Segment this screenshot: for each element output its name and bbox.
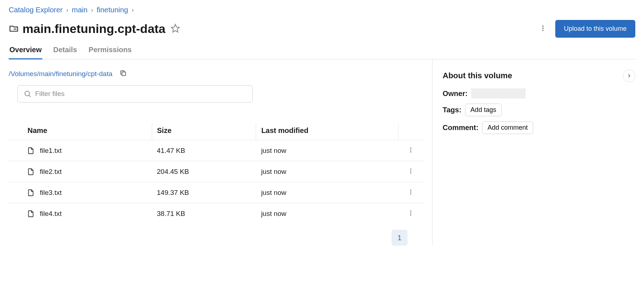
about-header: About this volume: [443, 70, 635, 82]
file-icon: [27, 209, 35, 218]
breadcrumb-catalog-explorer[interactable]: Catalog Explorer: [9, 6, 63, 14]
breadcrumb-finetuning[interactable]: finetuning: [97, 6, 128, 14]
svg-point-3: [542, 30, 543, 31]
file-table: Name Size Last modified file1.txt 41.47 …: [9, 123, 423, 224]
add-comment-button[interactable]: Add comment: [482, 121, 533, 134]
title-right: Upload to this volume: [536, 20, 635, 38]
table-row[interactable]: file1.txt 41.47 KB just now: [9, 140, 423, 161]
tabs: Overview Details Permissions: [9, 43, 635, 59]
page-1-button[interactable]: 1: [392, 230, 407, 246]
kebab-icon: [539, 25, 547, 32]
file-modified: just now: [256, 182, 398, 203]
tab-permissions[interactable]: Permissions: [88, 43, 133, 59]
svg-point-2: [542, 28, 543, 29]
svg-point-13: [410, 189, 411, 191]
owner-value: [471, 88, 526, 99]
svg-point-10: [410, 168, 411, 170]
file-name: file3.txt: [40, 189, 62, 197]
file-size: 41.47 KB: [152, 140, 256, 161]
svg-point-8: [410, 150, 411, 151]
comment-label: Comment:: [443, 124, 478, 132]
owner-row: Owner:: [443, 88, 635, 99]
volume-path-link[interactable]: /Volumes/main/finetuning/cpt-data: [9, 70, 112, 78]
column-modified[interactable]: Last modified: [256, 123, 398, 140]
column-size[interactable]: Size: [152, 123, 256, 140]
file-modified: just now: [256, 140, 398, 161]
file-size: 149.37 KB: [152, 182, 256, 203]
left-panel: /Volumes/main/finetuning/cpt-data Name S…: [9, 59, 432, 246]
svg-point-9: [410, 151, 411, 153]
svg-rect-4: [122, 72, 126, 76]
svg-point-12: [410, 172, 411, 174]
column-name[interactable]: Name: [9, 123, 152, 140]
file-name: file2.txt: [40, 168, 62, 176]
more-actions-button[interactable]: [536, 22, 549, 36]
file-name-cell: file1.txt: [14, 146, 147, 155]
file-name-cell: file2.txt: [14, 167, 147, 176]
file-name-cell: file3.txt: [14, 188, 147, 197]
column-actions: [398, 123, 423, 140]
pagination: 1: [9, 224, 423, 246]
svg-point-18: [410, 214, 411, 216]
volume-icon: [9, 23, 19, 35]
file-icon: [27, 188, 35, 197]
svg-point-14: [410, 192, 411, 193]
file-name: file1.txt: [40, 147, 62, 155]
row-more-button[interactable]: [403, 145, 418, 156]
title-left: main.finetuning.cpt-data: [9, 22, 181, 36]
file-icon: [27, 146, 35, 155]
file-name: file4.txt: [40, 210, 62, 218]
search-icon: [24, 90, 32, 98]
tab-overview[interactable]: Overview: [9, 43, 42, 59]
right-panel: About this volume Owner: Tags: Add tags …: [432, 59, 635, 246]
file-modified: just now: [256, 161, 398, 182]
svg-point-16: [410, 210, 411, 212]
kebab-icon: [407, 168, 414, 174]
kebab-icon: [407, 147, 414, 153]
file-size: 204.45 KB: [152, 161, 256, 182]
file-modified: just now: [256, 203, 398, 224]
path-row: /Volumes/main/finetuning/cpt-data: [9, 70, 423, 78]
svg-point-11: [410, 171, 411, 172]
filter-wrap: [17, 85, 253, 103]
file-size: 38.71 KB: [152, 203, 256, 224]
add-tags-button[interactable]: Add tags: [465, 104, 502, 116]
row-more-button[interactable]: [403, 208, 418, 219]
chevron-right-icon: ›: [91, 7, 93, 13]
about-title: About this volume: [443, 71, 512, 80]
kebab-icon: [407, 210, 414, 216]
copy-icon: [120, 70, 127, 77]
breadcrumb: Catalog Explorer › main › finetuning ›: [9, 3, 635, 18]
owner-label: Owner:: [443, 89, 468, 98]
content: /Volumes/main/finetuning/cpt-data Name S…: [9, 59, 635, 246]
favorite-button[interactable]: [169, 22, 181, 36]
tab-details[interactable]: Details: [53, 43, 78, 59]
svg-point-1: [542, 26, 543, 27]
row-more-button[interactable]: [403, 166, 418, 177]
file-icon: [27, 167, 35, 176]
table-row[interactable]: file3.txt 149.37 KB just now: [9, 182, 423, 203]
filter-box[interactable]: [17, 85, 253, 103]
file-name-cell: file4.txt: [14, 209, 147, 218]
chevron-right-icon: ›: [132, 7, 134, 13]
svg-point-5: [25, 91, 30, 96]
svg-marker-0: [171, 24, 179, 32]
tags-row: Tags: Add tags: [443, 104, 635, 116]
filter-input[interactable]: [35, 90, 247, 98]
upload-button[interactable]: Upload to this volume: [555, 20, 635, 38]
svg-line-6: [29, 95, 30, 97]
collapse-panel-button[interactable]: [623, 70, 635, 82]
comment-row: Comment: Add comment: [443, 121, 635, 134]
star-icon: [171, 24, 180, 33]
copy-path-button[interactable]: [120, 70, 127, 78]
svg-point-7: [410, 147, 411, 149]
svg-point-15: [410, 193, 411, 195]
table-row[interactable]: file2.txt 204.45 KB just now: [9, 161, 423, 182]
table-header-row: Name Size Last modified: [9, 123, 423, 140]
tags-label: Tags:: [443, 106, 461, 114]
chevron-right-icon: [626, 73, 632, 79]
row-more-button[interactable]: [403, 187, 418, 198]
kebab-icon: [407, 189, 414, 195]
table-row[interactable]: file4.txt 38.71 KB just now: [9, 203, 423, 224]
breadcrumb-main[interactable]: main: [72, 6, 87, 14]
